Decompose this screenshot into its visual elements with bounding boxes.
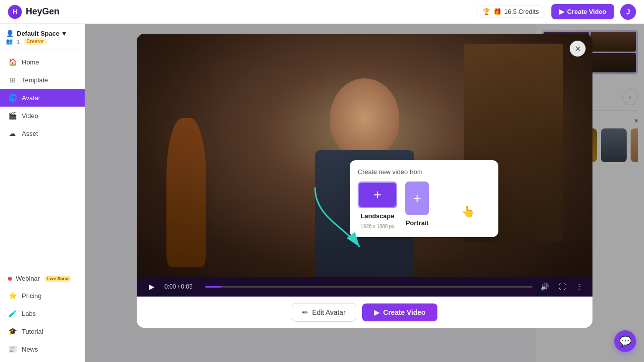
topbar-right: 🏆 🎁 16.5 Credits ▶ Create Video J bbox=[476, 4, 636, 20]
news-label: News bbox=[22, 346, 38, 353]
creator-badge: Creator bbox=[24, 38, 47, 45]
sidebar-item-avatar[interactable]: 🌐 Avatar bbox=[0, 89, 85, 107]
workspace-name[interactable]: 👤 Default Space ▾ bbox=[6, 30, 79, 37]
guitar-decoration bbox=[166, 118, 206, 267]
template-icon: ⊞ bbox=[8, 75, 17, 84]
video-nav-icon: 🎬 bbox=[8, 111, 17, 120]
sidebar-item-home[interactable]: 🏠 Home bbox=[0, 53, 85, 71]
workspace-section: 👤 Default Space ▾ 👥 1 Creator bbox=[0, 24, 85, 49]
create-video-popover: Create new video from + Landscape 1920 x… bbox=[350, 160, 498, 237]
credits-value: 16.5 Credits bbox=[504, 8, 539, 15]
sidebar-item-webinar[interactable]: Webinar Live Soon bbox=[0, 270, 85, 287]
portrait-button[interactable]: + bbox=[405, 181, 429, 215]
sidebar-item-asset[interactable]: ☁ Asset bbox=[0, 124, 85, 142]
news-icon: 📰 bbox=[8, 345, 17, 354]
trophy-icon: 🏆 bbox=[483, 8, 490, 15]
workspace-label: Default Space bbox=[17, 30, 59, 37]
chevron-down-icon: ▾ bbox=[62, 30, 66, 37]
progress-bar[interactable] bbox=[205, 286, 533, 288]
landscape-sublabel: 1920 x 1080 px bbox=[361, 224, 394, 229]
volume-button[interactable]: 🔊 bbox=[538, 281, 551, 293]
asset-label: Asset bbox=[22, 130, 38, 137]
logo-text: HeyGen bbox=[26, 6, 59, 17]
pricing-icon: ⭐ bbox=[8, 291, 17, 300]
sidebar-item-labs[interactable]: 🧪 Labs bbox=[0, 304, 85, 322]
asset-icon: ☁ bbox=[8, 129, 17, 138]
live-dot bbox=[8, 277, 12, 281]
sidebar-item-news[interactable]: 📰 News bbox=[0, 340, 85, 358]
create-video-modal-icon: ▶ bbox=[374, 308, 379, 316]
sidebar-nav: 🏠 Home ⊞ Template 🌐 Avatar 🎬 Video ☁ Ass… bbox=[0, 49, 85, 266]
edit-avatar-button[interactable]: ✏ Edit Avatar bbox=[292, 303, 356, 322]
gift-icon: 🎁 bbox=[493, 8, 501, 15]
modal-overlay: ✕ bbox=[85, 24, 644, 362]
logo: H HeyGen bbox=[8, 5, 59, 19]
user-avatar[interactable]: J bbox=[620, 4, 636, 20]
portrait-plus-icon: + bbox=[413, 190, 421, 206]
sidebar-item-video[interactable]: 🎬 Video bbox=[0, 107, 85, 124]
credits-badge: 🏆 🎁 16.5 Credits bbox=[476, 5, 545, 18]
home-icon: 🏠 bbox=[8, 58, 17, 66]
labs-label: Labs bbox=[22, 310, 36, 317]
main-layout: 👤 Default Space ▾ 👥 1 Creator 🏠 Home ⊞ T… bbox=[0, 24, 644, 362]
portrait-label: Portrait bbox=[406, 219, 429, 227]
sidebar-item-tutorial[interactable]: 🎓 Tutorial bbox=[0, 322, 85, 340]
tutorial-icon: 🎓 bbox=[8, 327, 17, 336]
modal-close-button[interactable]: ✕ bbox=[570, 41, 586, 57]
portrait-option[interactable]: + Portrait bbox=[405, 181, 429, 227]
create-video-top-label: Create Video bbox=[567, 8, 606, 15]
popover-title: Create new video from bbox=[358, 168, 490, 176]
chat-bubble-button[interactable]: 💬 bbox=[614, 330, 636, 352]
labs-icon: 🧪 bbox=[8, 309, 17, 318]
video-icon: ▶ bbox=[559, 8, 564, 15]
create-video-modal-label: Create Video bbox=[383, 308, 426, 316]
avatar-modal: ✕ bbox=[137, 34, 592, 328]
pricing-label: Pricing bbox=[22, 292, 42, 300]
webinar-label: Webinar bbox=[16, 275, 40, 282]
video-label: Video bbox=[22, 112, 38, 120]
video-container: Create new video from + Landscape 1920 x… bbox=[137, 34, 592, 297]
play-button[interactable]: ▶ bbox=[145, 280, 159, 294]
home-label: Home bbox=[22, 59, 39, 66]
create-video-top-button[interactable]: ▶ Create Video bbox=[551, 4, 614, 19]
members-count: 1 bbox=[17, 39, 20, 45]
fullscreen-button[interactable]: ⛶ bbox=[557, 281, 568, 293]
create-video-modal-button[interactable]: ▶ Create Video bbox=[362, 303, 437, 321]
sidebar-bottom: Webinar Live Soon ⭐ Pricing 🧪 Labs 🎓 Tut… bbox=[0, 266, 85, 362]
progress-fill bbox=[205, 286, 221, 288]
sidebar-item-template[interactable]: ⊞ Template bbox=[0, 71, 85, 89]
more-options-button[interactable]: ⋮ bbox=[574, 281, 585, 293]
avatar-label: Avatar bbox=[22, 94, 40, 102]
plus-icon: + bbox=[374, 187, 381, 203]
workspace-sub: 👥 1 Creator bbox=[6, 38, 79, 45]
live-soon-badge: Live Soon bbox=[45, 276, 71, 282]
avatar-icon: 🌐 bbox=[8, 93, 17, 102]
landscape-option[interactable]: + Landscape 1920 x 1080 px bbox=[358, 181, 397, 229]
template-label: Template bbox=[22, 76, 48, 84]
landscape-button[interactable]: + bbox=[358, 181, 397, 208]
popover-options: + Landscape 1920 x 1080 px + bbox=[358, 181, 490, 229]
edit-icon: ✏ bbox=[302, 308, 308, 316]
logo-icon: H bbox=[8, 5, 22, 19]
video-thumbnail: Create new video from + Landscape 1920 x… bbox=[137, 34, 592, 277]
video-time: 0:00 / 0:05 bbox=[164, 283, 199, 290]
modal-bottom-bar: ✏ Edit Avatar ▶ Create Video bbox=[137, 297, 592, 328]
chat-icon: 💬 bbox=[619, 335, 632, 347]
video-controls: ▶ 0:00 / 0:05 🔊 ⛶ ⋮ bbox=[137, 277, 592, 297]
workspace-icon: 👤 bbox=[6, 30, 14, 37]
landscape-label: Landscape bbox=[361, 212, 394, 220]
sidebar: 👤 Default Space ▾ 👥 1 Creator 🏠 Home ⊞ T… bbox=[0, 24, 85, 362]
edit-avatar-label: Edit Avatar bbox=[312, 308, 345, 316]
members-icon: 👥 bbox=[6, 38, 13, 45]
tutorial-label: Tutorial bbox=[22, 328, 43, 335]
content-area: alkingPhoto reate Avatar Lite › Appearan… bbox=[85, 24, 644, 362]
topbar: H HeyGen 🏆 🎁 16.5 Credits ▶ Create Video… bbox=[0, 0, 644, 24]
sidebar-item-pricing[interactable]: ⭐ Pricing bbox=[0, 287, 85, 304]
